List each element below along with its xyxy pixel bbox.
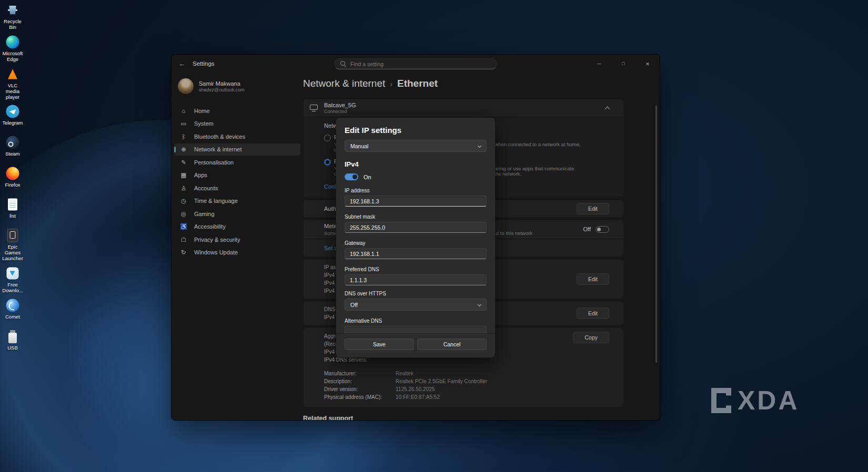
desktop-icon-label: Recycle Bin xyxy=(1,19,25,30)
desktop-icon-steam[interactable]: Steam xyxy=(1,135,25,162)
desktop-icon-telegram[interactable]: Telegram xyxy=(1,104,25,131)
save-button[interactable]: Save xyxy=(345,338,414,350)
desktop-icon-microsoft-edge[interactable]: Microsoft Edge xyxy=(1,35,25,63)
xda-watermark-text: XDA xyxy=(738,387,800,414)
recycle-bin-icon xyxy=(1,3,25,17)
xda-logo-icon xyxy=(711,388,731,413)
usb-drive-icon xyxy=(1,329,25,344)
gateway-field: Gateway xyxy=(345,240,487,259)
ip-address-input[interactable] xyxy=(345,196,487,207)
dns-over-https-value: Off xyxy=(350,302,358,308)
chevron-down-icon xyxy=(478,144,481,148)
desktop-icon-label: Telegram xyxy=(2,120,23,126)
desktop-icon-usb[interactable]: USB xyxy=(1,329,25,356)
ipv4-toggle-state: On xyxy=(364,174,371,180)
firefox-icon xyxy=(1,166,25,181)
document-icon xyxy=(1,197,25,212)
desktop-icon-firefox[interactable]: Firefox xyxy=(1,166,25,193)
chevron-down-icon xyxy=(478,303,481,306)
gateway-field-label: Gateway xyxy=(345,240,487,246)
ip-address-field: IP address xyxy=(345,188,487,207)
alternative-dns-field: Alternative DNS xyxy=(345,318,487,333)
edge-icon xyxy=(1,35,25,49)
telegram-icon xyxy=(1,104,25,119)
desktop-icon-label: list xyxy=(9,213,16,219)
preferred-dns-field-label: Preferred DNS xyxy=(345,266,487,272)
dns-over-https-dropdown[interactable]: Off xyxy=(345,299,487,311)
ip-settings-mode-value: Manual xyxy=(350,143,368,149)
ip-address-field-label: IP address xyxy=(345,188,487,193)
ip-settings-mode-dropdown[interactable]: Manual xyxy=(345,140,487,152)
desktop-icon-label: Firefox xyxy=(5,182,20,188)
desktop-icon-label: Steam xyxy=(5,151,19,157)
desktop-icon-list[interactable]: list xyxy=(1,197,25,224)
desktop-icon-column: Recycle Bin Microsoft Edge VLC media pla… xyxy=(1,3,25,360)
epic-games-icon xyxy=(1,228,25,243)
comet-icon xyxy=(1,298,25,313)
vlc-icon xyxy=(1,67,25,81)
gateway-input[interactable] xyxy=(345,248,487,259)
cancel-button[interactable]: Cancel xyxy=(417,338,487,350)
dialog-title: Edit IP settings xyxy=(345,126,487,135)
ipv4-toggle[interactable] xyxy=(345,173,358,180)
desktop-icon-label: Microsoft Edge xyxy=(1,51,25,63)
xda-watermark: XDA xyxy=(711,387,800,414)
desktop-icon-comet[interactable]: Comet xyxy=(1,298,25,325)
alternative-dns-input[interactable] xyxy=(345,326,487,333)
subnet-mask-field: Subnet mask xyxy=(345,214,487,233)
ipv4-toggle-row: On xyxy=(345,173,487,180)
desktop-icon-epic-games[interactable]: Epic Games Launcher xyxy=(1,228,25,262)
dialog-body: Edit IP settings Manual IPv4 On IP addre… xyxy=(336,118,495,333)
edit-ip-settings-dialog: Edit IP settings Manual IPv4 On IP addre… xyxy=(336,117,496,358)
steam-icon xyxy=(1,135,25,150)
desktop-icon-recycle-bin[interactable]: Recycle Bin xyxy=(1,3,25,30)
desktop-icon-free-download-manager[interactable]: Free Downlo... xyxy=(1,266,25,294)
subnet-mask-field-label: Subnet mask xyxy=(345,214,487,220)
dns-over-https-field: DNS over HTTPS Off xyxy=(345,291,487,311)
preferred-dns-input[interactable] xyxy=(345,274,487,285)
settings-window: ← Settings ─ □ × Samir Makwana shadez@ou… xyxy=(171,54,660,420)
subnet-mask-input[interactable] xyxy=(345,222,487,233)
preferred-dns-field: Preferred DNS xyxy=(345,266,487,285)
desktop-icon-label: Free Downlo... xyxy=(1,282,25,294)
dialog-footer: Save Cancel xyxy=(336,333,495,357)
free-download-manager-icon xyxy=(1,266,25,281)
desktop: Recycle Bin Microsoft Edge VLC media pla… xyxy=(0,0,868,472)
ipv4-section-heading: IPv4 xyxy=(345,160,487,168)
alternative-dns-label: Alternative DNS xyxy=(345,318,487,324)
desktop-icon-label: VLC media player xyxy=(1,83,25,100)
desktop-icon-label: Comet xyxy=(5,314,20,320)
desktop-icon-vlc[interactable]: VLC media player xyxy=(1,67,25,100)
desktop-icon-label: Epic Games Launcher xyxy=(1,244,25,262)
dns-over-https-label: DNS over HTTPS xyxy=(345,291,487,296)
desktop-icon-label: USB xyxy=(7,345,18,351)
